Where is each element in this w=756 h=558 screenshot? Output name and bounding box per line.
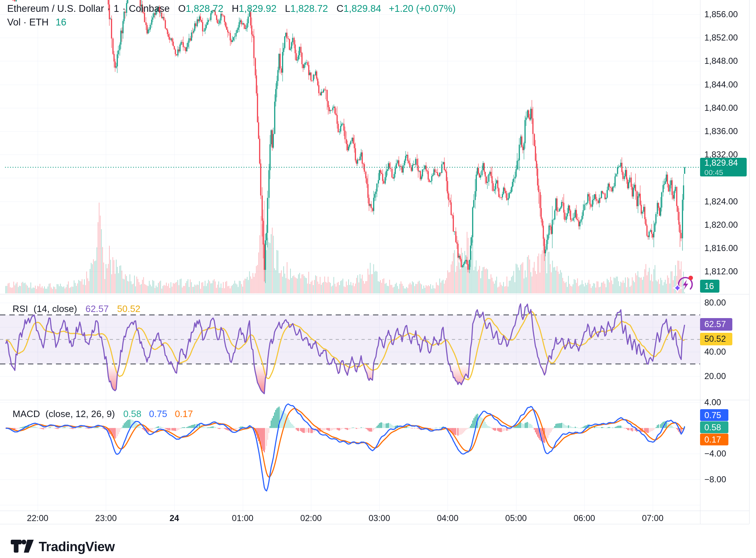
price-axis-label: 1,856.00 <box>704 9 738 19</box>
rsi-axis-label: 40.00 <box>704 347 726 357</box>
notification-dot <box>689 276 693 280</box>
price-axis-label: 1,812.00 <box>704 266 738 276</box>
time-axis-label: 05:00 <box>498 513 534 523</box>
macd-hist-value: 0.58 <box>123 408 142 419</box>
price-axis-label: 1,824.00 <box>704 197 738 207</box>
rsi-axis-label: 20.00 <box>704 371 726 381</box>
macd-hist-badge: 0.58 <box>700 421 728 433</box>
macd-axis-label: 4.00 <box>704 397 721 407</box>
time-axis-label: 03:00 <box>362 513 397 523</box>
price-axis-label: 1,820.00 <box>704 220 738 230</box>
tradingview-logo[interactable]: TradingView <box>11 539 115 554</box>
time-axis-label: 06:00 <box>566 513 602 523</box>
macd-axis-label: −8.00 <box>704 474 726 484</box>
high-label: H <box>232 3 239 14</box>
macd-axis-label: −4.00 <box>704 449 726 459</box>
time-axis-label: 23:00 <box>88 513 124 523</box>
rsi-axis-label: 80.00 <box>704 298 726 308</box>
legend-separator: · <box>122 3 126 14</box>
tradingview-logo-mark <box>11 540 34 554</box>
rsi-title: RSI <box>13 303 28 314</box>
macd-params: (close, 12, 26, 9) <box>46 408 115 419</box>
macd-title: MACD <box>13 408 40 419</box>
bar-countdown: 00:45 <box>704 169 747 176</box>
rsi-ma-value: 50.52 <box>117 303 141 314</box>
tradingview-logo-text: TradingView <box>39 539 115 554</box>
macd-signal-value: 0.17 <box>175 408 193 419</box>
rsi-legend[interactable]: RSI (14, close) 62.57 50.52 <box>13 303 141 315</box>
open-value: 1,828.72 <box>186 3 223 14</box>
rsi-ma-badge: 50.52 <box>700 333 732 345</box>
high-value: 1,829.92 <box>239 3 277 14</box>
macd-legend[interactable]: MACD (close, 12, 26, 9) 0.58 0.75 0.17 <box>13 408 193 420</box>
current-price: 1,829.84 <box>704 159 747 167</box>
time-axis-label: 22:00 <box>20 513 56 523</box>
volume-label: Vol · ETH <box>7 17 49 28</box>
price-axis-label: 1,852.00 <box>704 33 738 43</box>
low-value: 1,828.72 <box>290 3 328 14</box>
exchange-name: Coinbase <box>129 3 170 14</box>
price-axis-label: 1,816.00 <box>704 243 738 253</box>
chart-canvas[interactable] <box>0 0 756 558</box>
macd-line-badge: 0.75 <box>700 409 728 421</box>
legend-separator: · <box>107 3 110 14</box>
price-axis-label: 1,848.00 <box>704 56 738 66</box>
time-axis-label: 01:00 <box>225 513 261 523</box>
time-axis-label: 07:00 <box>635 513 671 523</box>
interval-value: 1 <box>114 3 119 14</box>
time-axis-label: 02:00 <box>293 513 329 523</box>
time-axis-label: 24 <box>156 513 192 523</box>
sparkle-icon <box>674 284 681 292</box>
symbol-description: Ethereum / U.S. Dollar <box>7 3 104 14</box>
tradingview-chart-snapshot: Ethereum / U.S. Dollar·1·Coinbase O1,828… <box>0 0 756 558</box>
macd-signal-badge: 0.17 <box>700 434 728 445</box>
macd-line-value: 0.75 <box>149 408 167 419</box>
low-label: L <box>285 3 290 14</box>
close-value: 1,829.84 <box>344 3 381 14</box>
open-label: O <box>178 3 186 14</box>
price-axis-label: 1,840.00 <box>704 103 738 113</box>
time-axis-label: 04:00 <box>430 513 466 523</box>
change-value: +1.20 (+0.07%) <box>389 3 455 14</box>
current-price-badge: 1,829.84 00:45 <box>700 158 747 176</box>
volume-value: 16 <box>56 17 66 28</box>
price-axis-label: 1,836.00 <box>704 126 738 136</box>
volume-legend[interactable]: Vol · ETH 16 <box>7 16 66 28</box>
symbol-legend[interactable]: Ethereum / U.S. Dollar·1·Coinbase O1,828… <box>7 3 455 15</box>
rsi-params: (14, close) <box>34 303 77 314</box>
rsi-value: 62.57 <box>85 303 109 314</box>
rsi-badge: 62.57 <box>700 318 732 331</box>
price-axis-label: 1,844.00 <box>704 80 738 90</box>
flash-promo-icon[interactable] <box>673 275 696 294</box>
lightning-bolt-icon <box>683 280 688 290</box>
volume-badge: 16 <box>700 280 719 293</box>
close-label: C <box>336 3 344 14</box>
